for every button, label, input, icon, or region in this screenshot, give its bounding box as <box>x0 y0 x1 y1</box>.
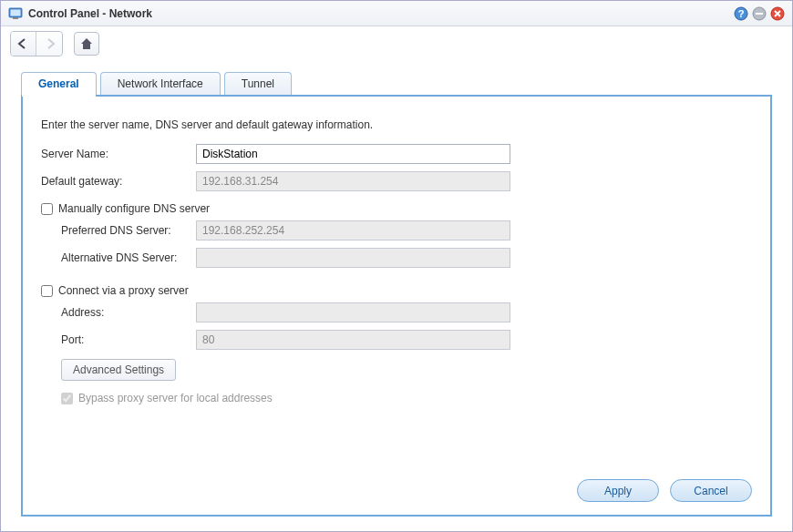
svg-text:?: ? <box>738 8 745 19</box>
proxy-port-label: Port: <box>41 333 196 346</box>
gateway-label: Default gateway: <box>41 175 196 188</box>
row-proxy-port: Port: <box>41 330 752 350</box>
network-app-icon <box>8 6 23 21</box>
proxy-port-input <box>196 330 510 350</box>
proxy-label: Connect via a proxy server <box>58 284 189 297</box>
proxy-address-label: Address: <box>41 306 196 319</box>
content-area: General Network Interface Tunnel Enter t… <box>1 61 792 531</box>
close-button[interactable] <box>770 6 785 21</box>
alt-dns-input <box>196 248 510 268</box>
advanced-settings-button[interactable]: Advanced Settings <box>61 359 176 381</box>
proxy-address-input <box>196 302 510 322</box>
minimize-button[interactable] <box>752 6 767 21</box>
forward-button[interactable] <box>36 32 62 56</box>
help-button[interactable]: ? <box>734 6 748 21</box>
home-button[interactable] <box>74 32 99 56</box>
intro-text: Enter the server name, DNS server and de… <box>41 118 752 131</box>
control-panel-window: Control Panel - Network ? General Networ… <box>0 0 793 532</box>
manual-dns-label: Manually configure DNS server <box>58 202 210 215</box>
row-bypass: Bypass proxy server for local addresses <box>41 392 752 404</box>
footer-buttons: Apply Cancel <box>41 470 752 502</box>
tab-strip: General Network Interface Tunnel <box>21 72 772 95</box>
row-gateway: Default gateway: <box>41 171 752 191</box>
svg-rect-6 <box>756 13 763 15</box>
nav-group <box>10 31 63 56</box>
row-server-name: Server Name: <box>41 144 752 164</box>
pref-dns-label: Preferred DNS Server: <box>41 224 196 237</box>
apply-button[interactable]: Apply <box>577 479 659 502</box>
back-button[interactable] <box>11 32 36 56</box>
tab-network-interface[interactable]: Network Interface <box>100 72 221 95</box>
proxy-checkbox[interactable] <box>41 285 53 297</box>
server-name-label: Server Name: <box>41 148 196 160</box>
general-panel: Enter the server name, DNS server and de… <box>21 95 772 517</box>
row-manual-dns: Manually configure DNS server <box>41 202 752 215</box>
manual-dns-checkbox[interactable] <box>41 203 53 215</box>
gateway-input <box>196 171 510 191</box>
tab-general[interactable]: General <box>21 72 97 95</box>
pref-dns-input <box>196 220 510 240</box>
svg-rect-2 <box>13 17 18 19</box>
nav-toolbar <box>1 26 792 61</box>
row-proxy-address: Address: <box>41 302 752 322</box>
row-alt-dns: Alternative DNS Server: <box>41 248 752 268</box>
window-title: Control Panel - Network <box>28 7 730 20</box>
cancel-button[interactable]: Cancel <box>670 479 752 502</box>
row-proxy: Connect via a proxy server <box>41 284 752 297</box>
server-name-input[interactable] <box>196 144 510 164</box>
bypass-checkbox <box>61 393 73 404</box>
svg-rect-1 <box>11 9 21 15</box>
bypass-label: Bypass proxy server for local addresses <box>78 392 273 404</box>
titlebar: Control Panel - Network ? <box>1 1 792 26</box>
alt-dns-label: Alternative DNS Server: <box>41 251 196 264</box>
row-pref-dns: Preferred DNS Server: <box>41 220 752 240</box>
tab-tunnel[interactable]: Tunnel <box>224 72 292 95</box>
